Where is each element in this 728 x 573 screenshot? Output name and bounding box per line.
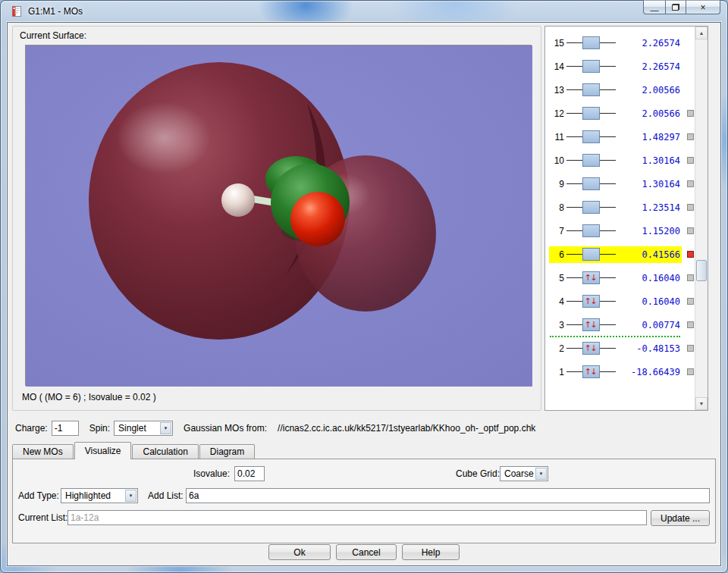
level-line	[566, 277, 582, 278]
mo-checkbox[interactable]	[687, 368, 694, 375]
mo-level-box[interactable]	[582, 154, 600, 167]
ok-button[interactable]: Ok	[268, 544, 331, 560]
mo-level-box[interactable]	[582, 201, 600, 214]
mo-level-box[interactable]	[582, 107, 600, 120]
mo-checkbox[interactable]	[687, 204, 694, 211]
isovalue-input[interactable]	[234, 466, 265, 481]
mo-row[interactable]: 14 2.26574	[545, 55, 695, 78]
close-button[interactable]: ×	[686, 0, 720, 14]
minimize-button[interactable]: —	[643, 0, 665, 14]
level-line	[600, 371, 616, 372]
mo-checkbox[interactable]	[687, 345, 694, 352]
chevron-down-icon[interactable]: ▼	[535, 468, 547, 480]
cube-grid-select[interactable]: Coarse ▼	[500, 466, 548, 481]
mo-level[interactable]: 10 1.30164	[549, 152, 682, 169]
mo-level-box[interactable]	[582, 248, 600, 261]
level-line	[600, 136, 616, 137]
scrollbar-thumb[interactable]	[696, 260, 707, 281]
mo-checkbox[interactable]	[687, 298, 694, 305]
mo-row[interactable]: 15 2.26574	[545, 31, 695, 55]
mo-level-box[interactable]	[582, 36, 600, 49]
mo-energy: 1.23514	[618, 202, 680, 213]
mo-level-box[interactable]: ↑↓	[582, 295, 600, 308]
mo-level-box[interactable]	[582, 130, 600, 143]
tab-new-mos[interactable]: New MOs	[12, 444, 74, 459]
electron-pair-icon: ↑↓	[585, 321, 596, 329]
mo-number: 8	[551, 202, 564, 213]
mo-row[interactable]: 12 2.00566	[545, 102, 695, 125]
update-button[interactable]: Update ...	[651, 510, 710, 526]
mo-level[interactable]: 4 ↑↓ 0.16040	[549, 293, 682, 310]
mo-row[interactable]: 4 ↑↓ 0.16040	[545, 290, 695, 313]
mo-number: 1	[551, 367, 564, 377]
titlebar[interactable]: G1:M1 - MOs — ×	[1, 1, 727, 22]
mo-checkbox[interactable]	[687, 251, 694, 258]
tab-visualize[interactable]: Visualize	[74, 442, 132, 459]
mo-checkbox[interactable]	[687, 133, 694, 140]
tab-diagram[interactable]: Diagram	[199, 444, 255, 459]
mo-row[interactable]: 13 2.00566	[545, 78, 695, 102]
mo-level-box[interactable]	[582, 177, 600, 190]
mo-level-box[interactable]: ↑↓	[582, 365, 600, 378]
mo-number: 2	[551, 343, 564, 354]
mo-row[interactable]: 1 ↑↓ -18.66439	[545, 360, 695, 384]
mo-level[interactable]: 9 1.30164	[549, 176, 682, 193]
mo-row[interactable]: 10 1.30164	[545, 149, 695, 172]
isovalue-label: Isovalue:	[193, 468, 230, 479]
orbital-viewport[interactable]	[25, 45, 532, 386]
mo-row-selected[interactable]: 6 0.41566	[545, 243, 695, 266]
mo-energy: 0.00774	[618, 320, 680, 330]
level-line	[600, 160, 616, 161]
chevron-down-icon[interactable]: ▼	[160, 422, 171, 434]
mo-row[interactable]: 7 1.15200	[545, 219, 695, 243]
mo-level[interactable]: 11 1.48297	[549, 129, 682, 146]
mo-level[interactable]: 1 ↑↓ -18.66439	[549, 364, 682, 380]
mo-checkbox[interactable]	[687, 110, 694, 117]
mo-row[interactable]: 8 1.23514	[545, 196, 695, 219]
add-list-input[interactable]	[186, 488, 710, 503]
mo-list-scrollbar[interactable]: ▲ ▼	[695, 27, 708, 410]
mo-level-box[interactable]: ↑↓	[582, 318, 600, 331]
cancel-button[interactable]: Cancel	[336, 544, 397, 560]
mo-row[interactable]: 9 1.30164	[545, 172, 695, 196]
help-button[interactable]: Help	[402, 544, 460, 560]
level-line	[566, 207, 582, 208]
mo-level-box[interactable]	[582, 60, 600, 73]
mo-checkbox[interactable]	[687, 227, 694, 234]
mo-checkbox[interactable]	[687, 274, 694, 281]
spin-select[interactable]: Singlet ▼	[114, 421, 173, 436]
restore-button[interactable]	[665, 0, 686, 14]
mo-checkbox[interactable]	[687, 321, 694, 328]
chevron-down-icon[interactable]: ▼	[125, 490, 136, 502]
mo-level[interactable]: 7 1.15200	[549, 223, 682, 240]
mo-level[interactable]: 15 2.26574	[549, 35, 682, 52]
mo-row[interactable]: 5 ↑↓ 0.16040	[545, 266, 695, 290]
scroll-down-button[interactable]: ▼	[695, 397, 708, 410]
mo-level[interactable]: 14 2.26574	[549, 58, 682, 75]
mo-level[interactable]: 13 2.00566	[549, 82, 682, 99]
level-line	[600, 42, 616, 43]
mo-level[interactable]: 12 2.00566	[549, 105, 682, 122]
current-list-label: Current List:	[18, 512, 67, 523]
tab-calculation[interactable]: Calculation	[132, 444, 198, 459]
lobe-highlight	[117, 102, 211, 174]
mo-level-box[interactable]	[582, 224, 600, 237]
mo-level[interactable]: 8 1.23514	[549, 199, 682, 216]
orbital-3d-view[interactable]	[26, 45, 532, 387]
mo-level[interactable]: 5 ↑↓ 0.16040	[549, 270, 682, 286]
mo-row[interactable]: 2 ↑↓ -0.48153	[545, 337, 695, 360]
mo-checkbox[interactable]	[687, 180, 694, 187]
mo-level[interactable]: 2 ↑↓ -0.48153	[549, 340, 682, 357]
charge-input[interactable]	[52, 421, 79, 436]
mo-row[interactable]: 11 1.48297	[545, 125, 695, 149]
mo-level[interactable]: 6 0.41566	[549, 246, 682, 263]
scroll-up-button[interactable]: ▲	[695, 27, 708, 39]
add-type-select[interactable]: Highlighted ▼	[61, 488, 138, 503]
mo-level-box[interactable]: ↑↓	[582, 342, 600, 355]
mo-row[interactable]: 3 ↑↓ 0.00774	[545, 313, 695, 337]
mo-energy: 1.30164	[618, 179, 680, 189]
mo-level-box[interactable]: ↑↓	[582, 271, 600, 284]
mo-checkbox[interactable]	[687, 157, 694, 164]
mo-level[interactable]: 3 ↑↓ 0.00774	[549, 317, 682, 333]
mo-level-box[interactable]	[582, 83, 600, 96]
